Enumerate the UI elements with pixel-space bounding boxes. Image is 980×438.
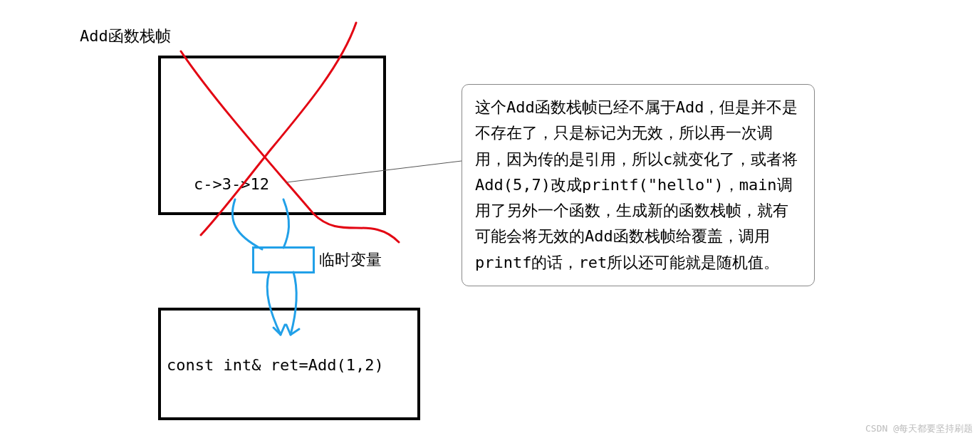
explanation-text: 这个Add函数栈帧已经不属于Add，但是并不是不存在了，只是标记为无效，所以再一… (475, 98, 798, 271)
watermark: CSDN @每天都要坚持刷题 (865, 422, 973, 435)
explanation-box: 这个Add函数栈帧已经不属于Add，但是并不是不存在了，只是标记为无效，所以再一… (462, 84, 815, 286)
temp-var-box (252, 246, 315, 273)
temp-var-label: 临时变量 (319, 249, 382, 271)
title-label: Add函数栈帧 (80, 26, 171, 47)
lower-stack-frame-box: const int& ret=Add(1,2) (158, 308, 420, 420)
upper-stack-frame-box: c->3->12 (158, 56, 386, 215)
upper-box-text: c->3->12 (194, 175, 269, 193)
lower-box-text: const int& ret=Add(1,2) (167, 356, 384, 374)
